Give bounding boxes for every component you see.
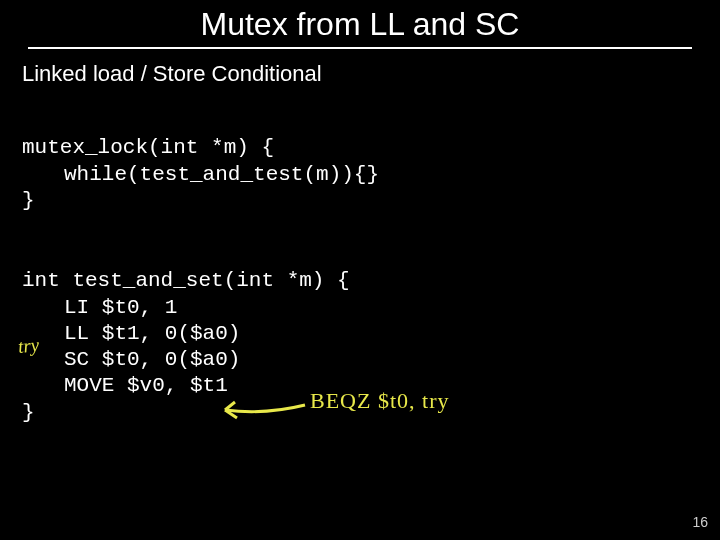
code-line: LL $t1, 0($a0)	[22, 322, 240, 345]
code-block-1: mutex_lock(int *m) { while(test_and_test…	[0, 87, 720, 214]
annotation-beqz: BEQZ $t0, try	[310, 388, 450, 414]
code-line: while(test_and_test(m)){}	[22, 163, 379, 186]
annotation-try: try	[17, 334, 40, 358]
code-line: }	[22, 401, 35, 424]
code-line: mutex_lock(int *m) {	[22, 136, 274, 159]
code-line: MOVE $v0, $t1	[22, 374, 228, 397]
subtitle: Linked load / Store Conditional	[0, 49, 720, 87]
code-line: LI $t0, 1	[22, 296, 177, 319]
code-line: int test_and_set(int *m) {	[22, 269, 350, 292]
page-number: 16	[692, 514, 708, 530]
code-line: SC $t0, 0($a0)	[22, 348, 240, 371]
code-line: }	[22, 189, 35, 212]
slide-title: Mutex from LL and SC	[0, 0, 720, 43]
